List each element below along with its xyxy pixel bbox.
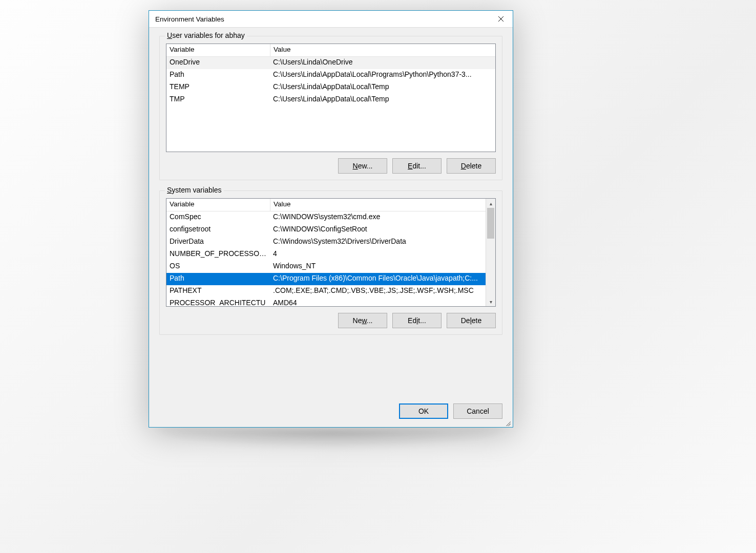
user-variables-group: User variables for abhay Variable Value …: [159, 36, 502, 180]
system-header-value[interactable]: Value: [270, 199, 486, 211]
table-row[interactable]: DriverDataC:\Windows\System32\Drivers\Dr…: [166, 236, 486, 248]
table-row[interactable]: configsetrootC:\WINDOWS\ConfigSetRoot: [166, 224, 486, 236]
table-row[interactable]: NUMBER_OF_PROCESSORS4: [166, 248, 486, 261]
user-variables-list[interactable]: Variable Value OneDriveC:\Users\Linda\On…: [166, 44, 496, 152]
dialog-footer: OK Cancel: [149, 403, 513, 427]
dialog-shadow: [149, 430, 512, 451]
system-list-header: Variable Value: [166, 199, 486, 211]
scroll-thumb[interactable]: [487, 208, 494, 239]
table-row[interactable]: PathC:\Users\Linda\AppData\Local\Program…: [166, 69, 495, 81]
cell-value: C:\Users\Linda\AppData\Local\Temp: [270, 94, 495, 106]
user-header-value[interactable]: Value: [270, 44, 495, 56]
system-new-button[interactable]: New...: [338, 313, 387, 328]
cell-variable: Path: [166, 273, 270, 285]
system-header-variable[interactable]: Variable: [166, 199, 270, 211]
table-row[interactable]: TMPC:\Users\Linda\AppData\Local\Temp: [166, 94, 495, 106]
close-icon: [498, 16, 504, 22]
cell-value: C:\Users\Linda\OneDrive: [270, 57, 495, 69]
cell-variable: configsetroot: [166, 224, 270, 236]
table-row[interactable]: OSWindows_NT: [166, 261, 486, 273]
user-delete-button[interactable]: Delete: [447, 158, 496, 174]
scroll-track[interactable]: [486, 208, 495, 297]
cell-value: 4: [270, 248, 486, 261]
titlebar[interactable]: Environment Variables: [149, 11, 513, 28]
user-header-variable[interactable]: Variable: [166, 44, 270, 56]
close-button[interactable]: [489, 11, 513, 27]
cell-variable: OneDrive: [166, 57, 270, 69]
table-row[interactable]: PATHEXT.COM;.EXE;.BAT;.CMD;.VBS;.VBE;.JS…: [166, 285, 486, 297]
cell-value: C:\Users\Linda\AppData\Local\Programs\Py…: [270, 69, 495, 81]
scroll-up-icon[interactable]: ▴: [486, 199, 495, 208]
cell-variable: NUMBER_OF_PROCESSORS: [166, 248, 270, 261]
cell-variable: TEMP: [166, 81, 270, 94]
cell-value: Windows_NT: [270, 261, 486, 273]
cell-variable: PATHEXT: [166, 285, 270, 297]
table-row[interactable]: PathC:\Program Files (x86)\Common Files\…: [166, 273, 486, 285]
table-row[interactable]: TEMPC:\Users\Linda\AppData\Local\Temp: [166, 81, 495, 94]
cell-variable: DriverData: [166, 236, 270, 248]
cell-variable: OS: [166, 261, 270, 273]
dialog-title: Environment Variables: [155, 15, 489, 23]
system-edit-button[interactable]: Edit...: [392, 313, 442, 328]
cancel-button[interactable]: Cancel: [453, 403, 502, 419]
user-list-header: Variable Value: [166, 44, 495, 57]
system-variables-group: System variables Variable Value ComSpecC…: [159, 190, 502, 335]
cell-variable: PROCESSOR_ARCHITECTU: [166, 297, 270, 306]
system-delete-button[interactable]: Delete: [447, 313, 496, 328]
table-row[interactable]: OneDriveC:\Users\Linda\OneDrive: [166, 57, 495, 69]
system-scrollbar[interactable]: ▴ ▾: [486, 199, 495, 306]
cell-value: AMD64: [270, 297, 486, 306]
cell-value: C:\Windows\System32\Drivers\DriverData: [270, 236, 486, 248]
cell-variable: TMP: [166, 94, 270, 106]
cell-variable: ComSpec: [166, 211, 270, 224]
cell-value: C:\WINDOWS\ConfigSetRoot: [270, 224, 486, 236]
cell-value: C:\Program Files (x86)\Common Files\Orac…: [270, 273, 486, 285]
cell-value: C:\Users\Linda\AppData\Local\Temp: [270, 81, 495, 94]
user-new-button[interactable]: New...: [338, 158, 387, 174]
scroll-down-icon[interactable]: ▾: [486, 297, 495, 306]
cell-value: C:\WINDOWS\system32\cmd.exe: [270, 211, 486, 224]
table-row[interactable]: ComSpecC:\WINDOWS\system32\cmd.exe: [166, 211, 486, 224]
user-variables-label: User variables for abhay: [165, 31, 247, 39]
environment-variables-dialog: Environment Variables User variables for…: [149, 10, 513, 428]
system-variables-list[interactable]: Variable Value ComSpecC:\WINDOWS\system3…: [166, 198, 496, 307]
cell-variable: Path: [166, 69, 270, 81]
table-row[interactable]: PROCESSOR_ARCHITECTUAMD64: [166, 297, 486, 306]
ok-button[interactable]: OK: [399, 403, 448, 419]
cell-value: .COM;.EXE;.BAT;.CMD;.VBS;.VBE;.JS;.JSE;.…: [270, 285, 486, 297]
resize-grip-icon[interactable]: [505, 420, 511, 426]
user-edit-button[interactable]: Edit...: [392, 158, 442, 174]
system-variables-label: System variables: [165, 186, 224, 194]
